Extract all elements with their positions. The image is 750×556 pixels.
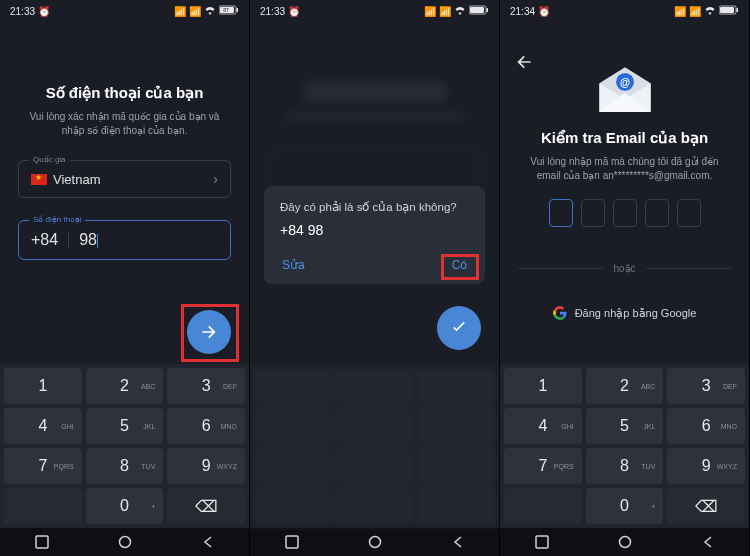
key-4[interactable]: 4GHI [4,408,82,444]
key-backspace[interactable]: ⌫ [167,488,245,524]
confirm-fab-button[interactable] [437,306,481,350]
signal-icon: 📶 [424,6,436,17]
svg-text:@: @ [620,77,630,88]
svg-rect-19 [536,536,548,548]
key-1[interactable]: 1 [4,368,82,404]
key-7[interactable]: 7PQRS [4,448,82,484]
google-signin-button[interactable]: Đăng nhập bằng Google [518,306,731,320]
phone-field[interactable]: Số điện thoại +84 98 [18,220,231,260]
confirm-dialog: Đây có phải là số của bạn không? +84 98 … [264,186,485,284]
phone-country-code: +84 [31,231,58,249]
nav-recent[interactable] [517,535,567,549]
key-4[interactable]: 4GHI [504,408,582,444]
divider [68,232,69,248]
svg-point-5 [119,537,130,548]
key-9[interactable]: 9WXYZ [167,448,245,484]
code-digit-5[interactable] [677,199,701,227]
wifi-icon [454,5,466,17]
key-0[interactable]: 0+ [86,488,164,524]
key-0[interactable]: 0+ [586,488,664,524]
country-value: Vietnam [31,172,100,187]
numeric-keypad: 1 2ABC 3DEF 4GHI 5JKL 6MNO 7PQRS 8TUV 9W… [500,364,749,528]
status-bar: 21:34 ⏰ 📶 📶 [500,0,749,22]
yes-button[interactable]: Có [450,256,469,274]
nav-back[interactable] [683,535,733,549]
nav-home[interactable] [600,535,650,549]
alarm-icon: ⏰ [538,6,550,17]
status-right: 📶 📶 [424,5,489,17]
key-6[interactable]: 6MNO [667,408,745,444]
key-7[interactable]: 7PQRS [504,448,582,484]
or-divider: hoặc [518,263,731,274]
signal-icon: 📶 [674,6,686,17]
wifi-icon [704,5,716,17]
key-1[interactable]: 1 [504,368,582,404]
svg-rect-8 [470,7,484,13]
svg-point-20 [619,537,630,548]
svg-rect-9 [286,536,298,548]
back-button[interactable] [514,52,534,76]
code-digit-1[interactable] [549,199,573,227]
signal-icon: 📶 [689,6,701,17]
alarm-icon: ⏰ [38,6,50,17]
android-navbar [500,528,749,556]
screen-phone-entry: 21:33 ⏰ 📶 📶 87 Số điện thoại của bạn Vui… [0,0,250,556]
phone-number-input[interactable]: 98 [79,231,98,249]
key-6[interactable]: 6MNO [167,408,245,444]
content: Đây có phải là số của bạn không? +84 98 … [250,22,499,364]
content: @ Kiểm tra Email của bạn Vui lòng nhập m… [500,22,749,364]
battery-icon [719,5,739,17]
nav-home[interactable] [350,535,400,549]
page-subtitle: Vui lòng nhập mã mà chúng tôi đã gửi đến… [518,155,731,183]
code-input-group [518,199,731,227]
key-9[interactable]: 9WXYZ [667,448,745,484]
code-digit-4[interactable] [645,199,669,227]
key-8[interactable]: 8TUV [586,448,664,484]
key-3[interactable]: 3DEF [667,368,745,404]
status-bar: 21:33 ⏰ 📶 📶 87 [0,0,249,22]
screen-confirm-dialog: 21:33 ⏰ 📶 📶 Đây có phải là số của bạn kh… [250,0,500,556]
nav-back[interactable] [183,535,233,549]
check-icon [449,318,469,338]
key-3[interactable]: 3DEF [167,368,245,404]
code-digit-3[interactable] [613,199,637,227]
numeric-keypad: 1 2ABC 3DEF 4GHI 5JKL 6MNO 7PQRS 8TUV 9W… [0,364,249,528]
key-5[interactable]: 5JKL [86,408,164,444]
svg-text:87: 87 [223,7,229,13]
google-icon [553,306,567,320]
numeric-keypad-blurred [250,364,499,528]
battery-icon: 87 [219,5,239,17]
key-2[interactable]: 2ABC [586,368,664,404]
key-empty [4,488,82,524]
status-right: 📶 📶 [674,5,739,17]
key-8[interactable]: 8TUV [86,448,164,484]
google-signin-label: Đăng nhập bằng Google [575,307,697,320]
backspace-icon: ⌫ [195,497,218,516]
nav-recent[interactable] [267,535,317,549]
phone-field-inner: +84 98 [31,231,98,249]
edit-button[interactable]: Sửa [280,256,307,274]
battery-icon [469,5,489,17]
arrow-right-icon [199,322,219,342]
status-time: 21:33 ⏰ [10,6,50,17]
page-subtitle: Vui lòng xác nhận mã quốc gia của bạn và… [18,110,231,138]
vietnam-flag-icon [31,174,47,185]
svg-rect-4 [36,536,48,548]
dialog-title: Đây có phải là số của bạn không? [280,200,469,214]
screen-email-verify: 21:34 ⏰ 📶 📶 @ Kiểm tra Email của bạn Vui… [500,0,750,556]
code-digit-2[interactable] [581,199,605,227]
country-field[interactable]: Quốc gia Vietnam › [18,160,231,198]
status-bar: 21:33 ⏰ 📶 📶 [250,0,499,22]
email-icon: @ [593,64,657,115]
page-title: Số điện thoại của bạn [18,84,231,102]
key-backspace[interactable]: ⌫ [667,488,745,524]
key-2[interactable]: 2ABC [86,368,164,404]
svg-rect-1 [237,8,239,12]
svg-rect-13 [720,7,734,13]
key-5[interactable]: 5JKL [586,408,664,444]
backspace-icon: ⌫ [695,497,718,516]
nav-recent[interactable] [17,535,67,549]
next-fab-button[interactable] [187,310,231,354]
nav-back[interactable] [433,535,483,549]
nav-home[interactable] [100,535,150,549]
